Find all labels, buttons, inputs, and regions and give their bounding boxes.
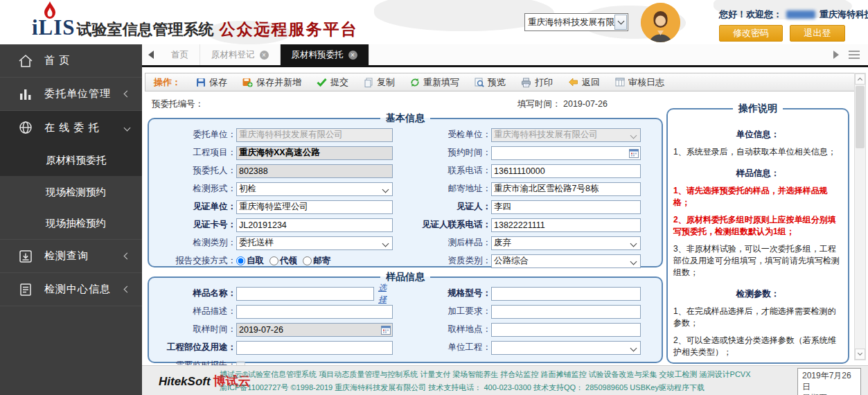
chevron-down-icon: [630, 240, 637, 247]
sidebar-item-test-query[interactable]: 检测查询: [0, 240, 142, 273]
sidebar-item-home[interactable]: 首 页: [0, 44, 142, 78]
tab-strip: 首页 原材料登记 × 原材料预委托 ×: [142, 44, 868, 67]
sidebar-item-label: 首 页: [44, 54, 70, 67]
change-password-button[interactable]: 修改密码: [719, 25, 783, 42]
field-test-category: 检测类别： 委托送样: [157, 235, 393, 251]
field-label: 检测形式：: [157, 183, 236, 195]
field-witness-card: 见证卡号：: [157, 217, 393, 233]
menu-list-icon[interactable]: [849, 51, 860, 59]
refill-button[interactable]: 重新填写: [410, 76, 459, 89]
close-icon[interactable]: ×: [348, 51, 357, 60]
radio-mail[interactable]: 邮寄: [303, 255, 330, 267]
tab-raw-material-pre-entrust[interactable]: 原材料预委托 ×: [281, 44, 369, 65]
audit-log-button[interactable]: 审核日志: [615, 76, 664, 89]
radio-input[interactable]: [269, 256, 278, 265]
calendar-icon[interactable]: [629, 148, 639, 158]
company-select-value: 重庆海特科技发展有限公: [525, 17, 614, 28]
copy-button[interactable]: 复制: [364, 76, 395, 89]
witness-unit-input[interactable]: [236, 200, 393, 214]
select-value: 公路综合: [494, 255, 529, 267]
field-inspected-unit: 受检单位： 重庆海特科技发展有限公司: [412, 127, 641, 143]
close-icon[interactable]: ×: [260, 51, 269, 60]
sampling-place-input[interactable]: [491, 323, 641, 337]
help-panel-title: 操作说明: [733, 103, 783, 115]
sidebar-item-raw-material-pre-entrust[interactable]: 原材料预委托: [0, 144, 142, 176]
company-select[interactable]: 重庆海特科技发展有限公: [524, 13, 628, 31]
test-form-select[interactable]: 初检: [236, 182, 393, 196]
witness-card-input[interactable]: [236, 218, 393, 232]
sample-pick-link[interactable]: 选择: [378, 282, 393, 306]
calendar-icon[interactable]: [381, 325, 391, 335]
field-unit-project: 单位工程：: [412, 340, 641, 356]
sample-name-input[interactable]: [236, 287, 374, 301]
sidebar-item-onsite-test-appointment[interactable]: 现场检测预约: [0, 176, 142, 208]
field-label: 工程部位及用途：: [157, 342, 236, 353]
tab-raw-material-register[interactable]: 原材料登记 ×: [200, 44, 281, 65]
tab-home[interactable]: 首页: [160, 44, 200, 65]
field-qualification: 资质类别： 公路综合: [412, 253, 641, 269]
test-category-select[interactable]: 委托送样: [236, 236, 393, 250]
chevron-down-icon[interactable]: [614, 15, 627, 30]
triangle-left-icon: [148, 51, 154, 59]
after-sample-select[interactable]: 废弃: [491, 236, 641, 250]
footer-weekday: 星期五: [802, 392, 856, 395]
chevron-down-icon: [630, 258, 637, 265]
unit-project-select[interactable]: [491, 341, 641, 355]
contact-phone-input[interactable]: [491, 164, 641, 178]
save-button[interactable]: 保存: [196, 76, 227, 89]
radio-input[interactable]: [303, 256, 312, 265]
spec-input[interactable]: [491, 287, 641, 301]
chevron-down-icon: [630, 344, 637, 351]
field-label: 受检单位：: [412, 129, 491, 141]
preview-button[interactable]: 预览: [475, 76, 506, 89]
sampling-time-input[interactable]: [236, 323, 393, 337]
basic-info-section: 基本信息 委托单位： 受检单位： 重庆海特科技发展有限公司 工程项目： 预约时间…: [148, 112, 663, 267]
help-heading: 单位信息：: [673, 129, 842, 141]
mail-address-input[interactable]: [491, 182, 641, 196]
sidebar-item-onsite-sampling-appointment[interactable]: 现场抽检预约: [0, 208, 142, 240]
radio-input[interactable]: [236, 256, 245, 265]
field-sample-desc: 样品描述：: [157, 304, 393, 319]
radio-self-pickup[interactable]: 自取: [236, 255, 264, 267]
refresh-icon: [410, 78, 420, 87]
witness-input[interactable]: [491, 200, 641, 214]
witness-phone-input[interactable]: [491, 218, 641, 232]
home-icon: [18, 53, 33, 69]
button-label: 打印: [535, 76, 553, 89]
save-and-new-button[interactable]: 保存并新增: [242, 76, 301, 89]
sidebar-item-test-center-info[interactable]: 检测中心信息: [0, 273, 142, 306]
back-arrow-icon: [568, 78, 578, 87]
scroll-up-button[interactable]: [855, 73, 865, 85]
chevron-down-icon: [630, 132, 637, 139]
radio-agent-pickup[interactable]: 代领: [269, 255, 297, 267]
copy-icon: [364, 78, 373, 87]
field-label: 委托单位：: [157, 129, 236, 141]
entrust-unit-input: [236, 128, 393, 142]
button-label: 保存并新增: [256, 76, 301, 89]
scroll-down-button[interactable]: [855, 349, 865, 360]
process-req-input[interactable]: [491, 305, 641, 319]
qualification-select[interactable]: 公路综合: [491, 254, 641, 268]
sidebar-item-client-management[interactable]: 委托单位管理: [0, 78, 142, 111]
bar-chart-icon: [18, 87, 33, 102]
part-use-input[interactable]: [236, 341, 393, 355]
tabs-scroll-left-button[interactable]: [142, 44, 160, 65]
button-label: 预览: [488, 76, 506, 89]
field-process-req: 加工要求：: [412, 304, 641, 319]
scrollbar-thumb[interactable]: [856, 86, 865, 148]
logout-button[interactable]: 退出登录: [790, 25, 845, 42]
back-button[interactable]: 返回: [568, 76, 600, 89]
footer: HitekSoft博试云 博试云®试验室信息管理系统 项目动态质量管理与控制系统…: [142, 365, 868, 395]
appoint-time-input[interactable]: [491, 146, 641, 160]
sidebar-item-online-entrust[interactable]: 在 线 委 托: [0, 111, 142, 144]
masked-username: [786, 10, 815, 19]
sample-desc-input[interactable]: [236, 305, 393, 319]
footer-date-box: 2019年7月26日 星期五: [797, 368, 861, 395]
select-value: 废弃: [494, 237, 511, 249]
help-heading: 样品信息：: [673, 168, 842, 179]
triangle-right-icon[interactable]: [833, 51, 839, 59]
print-button[interactable]: 打印: [521, 76, 553, 89]
submit-button[interactable]: 提交: [317, 76, 348, 89]
vertical-scrollbar[interactable]: [854, 73, 866, 360]
help-item: 1、在完成样品选择后，才能选择需要检测的参数；: [673, 306, 842, 329]
